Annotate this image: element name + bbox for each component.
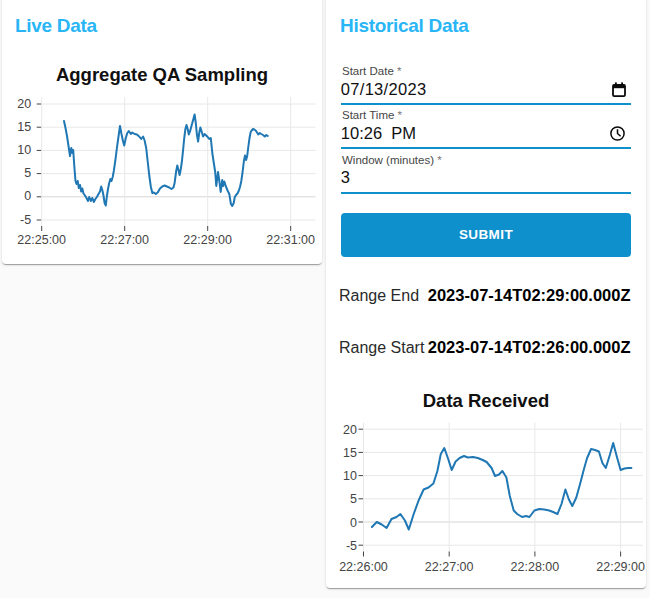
svg-text:10: 10 — [17, 143, 31, 157]
svg-text:-5: -5 — [20, 213, 31, 227]
svg-text:-5: -5 — [346, 539, 357, 553]
svg-text:10: 10 — [343, 469, 357, 483]
svg-text:22:27:00: 22:27:00 — [100, 233, 149, 247]
svg-text:15: 15 — [17, 120, 31, 134]
svg-text:5: 5 — [24, 166, 31, 180]
svg-text:22:28:00: 22:28:00 — [511, 560, 560, 574]
svg-text:22:31:00: 22:31:00 — [266, 233, 315, 247]
svg-text:22:29:00: 22:29:00 — [596, 560, 645, 574]
svg-text:5: 5 — [350, 492, 357, 506]
svg-text:20: 20 — [343, 423, 357, 437]
svg-text:22:25:00: 22:25:00 — [17, 233, 66, 247]
svg-text:Data Received: Data Received — [423, 390, 549, 411]
svg-text:20: 20 — [17, 97, 31, 111]
svg-text:15: 15 — [343, 446, 357, 460]
svg-text:0: 0 — [24, 189, 31, 203]
svg-text:22:29:00: 22:29:00 — [183, 233, 232, 247]
svg-text:22:27:00: 22:27:00 — [425, 560, 474, 574]
svg-text:0: 0 — [350, 516, 357, 530]
svg-text:Aggregate QA Sampling: Aggregate QA Sampling — [56, 64, 268, 85]
svg-text:22:26:00: 22:26:00 — [339, 560, 388, 574]
